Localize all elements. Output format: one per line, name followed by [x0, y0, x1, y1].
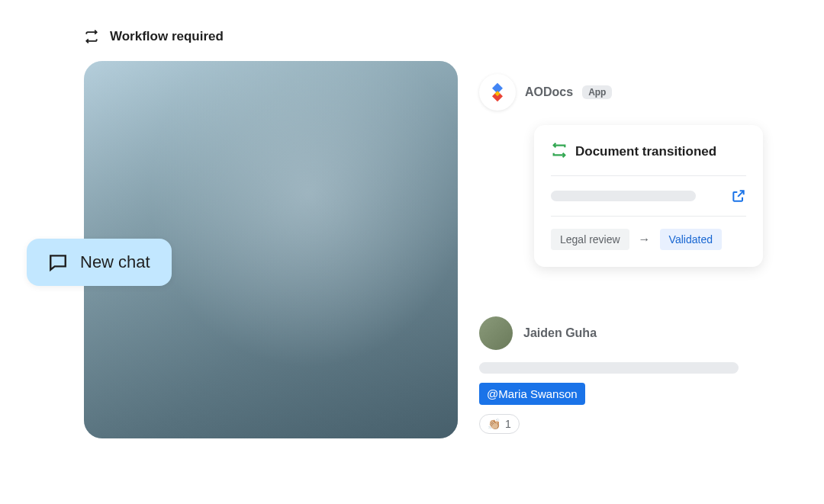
new-chat-label: New chat	[80, 252, 150, 272]
new-chat-button[interactable]: New chat	[27, 239, 172, 286]
app-avatar	[479, 74, 516, 111]
open-external-icon[interactable]	[731, 188, 746, 204]
chat-icon	[48, 252, 68, 272]
status-to: Validated	[660, 229, 722, 250]
app-name: AODocs	[525, 85, 573, 99]
reaction-count: 1	[505, 418, 511, 430]
clap-emoji-icon: 👏🏼	[488, 418, 501, 430]
transition-header: Document transitioned	[551, 142, 746, 176]
mention-chip[interactable]: @Maria Swanson	[479, 383, 585, 405]
workflow-label: Workflow required	[110, 29, 224, 44]
arrow-right-icon: →	[639, 233, 651, 246]
app-header: AODocs App	[479, 74, 612, 111]
transition-body	[551, 176, 746, 217]
app-badge: App	[582, 85, 612, 99]
user-name: Jaiden Guha	[523, 326, 597, 340]
transition-card: Document transitioned Legal review → Val…	[534, 125, 763, 267]
status-row: Legal review → Validated	[551, 217, 746, 250]
doc-placeholder	[551, 191, 696, 201]
reaction-chip[interactable]: 👏🏼 1	[479, 414, 520, 434]
workflow-icon	[84, 29, 99, 44]
transition-icon	[551, 142, 568, 162]
transition-title: Document transitioned	[575, 144, 716, 159]
status-from: Legal review	[551, 229, 629, 250]
user-avatar	[479, 316, 513, 350]
user-message: Jaiden Guha @Maria Swanson 👏🏼 1	[479, 316, 781, 434]
workflow-header: Workflow required	[84, 29, 224, 44]
message-placeholder	[479, 362, 739, 374]
user-header: Jaiden Guha	[479, 316, 781, 350]
